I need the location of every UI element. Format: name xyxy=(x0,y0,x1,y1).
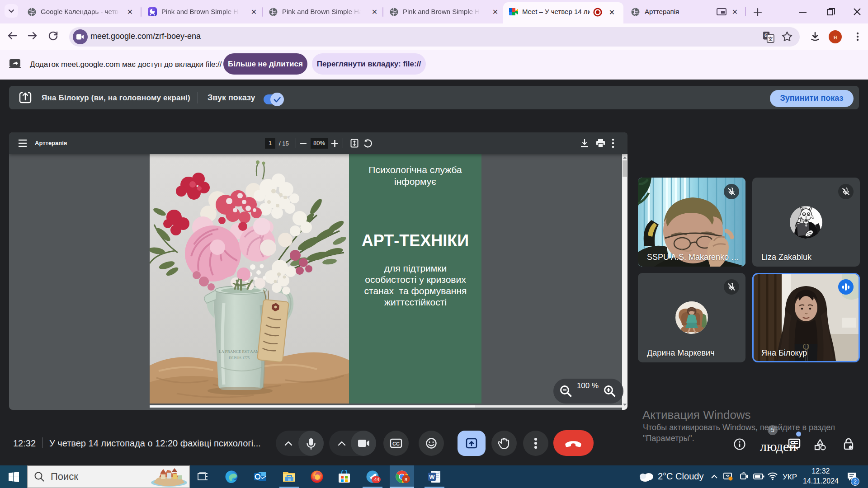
svg-text:DEPUIS 1775: DEPUIS 1775 xyxy=(229,356,250,360)
svg-text:文: 文 xyxy=(768,36,773,42)
svg-text:W: W xyxy=(429,474,435,480)
svg-text:LA FRANCE EST AAM: LA FRANCE EST AAM xyxy=(219,349,259,354)
svg-text:CC: CC xyxy=(392,441,400,446)
